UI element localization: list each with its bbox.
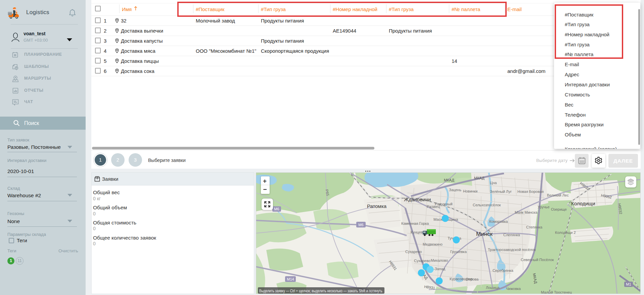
svg-text:Северный Посёлок: Северный Посёлок — [521, 258, 554, 262]
svg-text:Зацень: Зацень — [449, 188, 461, 192]
svg-text:Сухарево: Сухарево — [405, 250, 422, 254]
svg-text:Колодищи: Колодищи — [571, 201, 595, 206]
svg-text:Сухарево: Сухарево — [414, 259, 430, 263]
svg-text:Комаровка: Комаровка — [489, 219, 508, 223]
svg-text:Михалово: Михалово — [431, 258, 448, 262]
svg-text:Чижовка: Чижовка — [506, 287, 521, 291]
svg-text:Грушевка: Грушевка — [450, 250, 467, 254]
svg-text:Ждановичи: Ждановичи — [404, 197, 431, 202]
svg-text:Каменная Горка: Каменная Горка — [401, 221, 429, 225]
svg-text:Тракторозаводской посёлок: Тракторозаводской посёлок — [488, 248, 536, 252]
svg-text:Малый Тростенец: Малый Тростенец — [541, 290, 572, 294]
svg-text:Уручье: Уручье — [538, 205, 550, 209]
svg-text:М6: М6 — [274, 207, 279, 211]
svg-text:М1: М1 — [626, 282, 631, 286]
svg-text:Маяк Минска: Маяк Минска — [515, 210, 538, 214]
svg-text:МКАД: МКАД — [444, 178, 454, 182]
svg-text:Серебрянка: Серебрянка — [493, 268, 514, 272]
svg-text:Новая Боровая: Новая Боровая — [517, 189, 544, 194]
svg-text:Медвежино: Медвежино — [423, 242, 443, 246]
svg-text:МКАД: МКАД — [474, 176, 485, 180]
svg-text:Сельхозпосёлок: Сельхозпосёлок — [473, 203, 501, 207]
svg-text:Ратомка: Ратомка — [367, 203, 387, 209]
svg-text:Новинки: Новинки — [463, 189, 477, 193]
svg-text:Великий Лес: Великий Лес — [547, 193, 569, 197]
svg-text:Лошица: Лошица — [486, 286, 500, 290]
svg-text:Колодищи 2: Колодищи 2 — [555, 230, 576, 235]
svg-text:Цна: Цна — [490, 181, 497, 185]
svg-text:Озерище: Озерище — [551, 207, 567, 211]
svg-text:М14: М14 — [287, 277, 294, 281]
svg-text:Минск: Минск — [476, 231, 493, 237]
svg-text:Слепянка: Слепянка — [503, 233, 520, 237]
svg-text:Серова: Серова — [466, 277, 479, 281]
svg-text:Зелёный Луг: Зелёный Луг — [490, 189, 512, 194]
svg-text:Степянка: Степянка — [526, 225, 543, 229]
svg-text:Ржавец: Ржавец — [427, 205, 440, 209]
svg-text:М6: М6 — [358, 223, 363, 227]
